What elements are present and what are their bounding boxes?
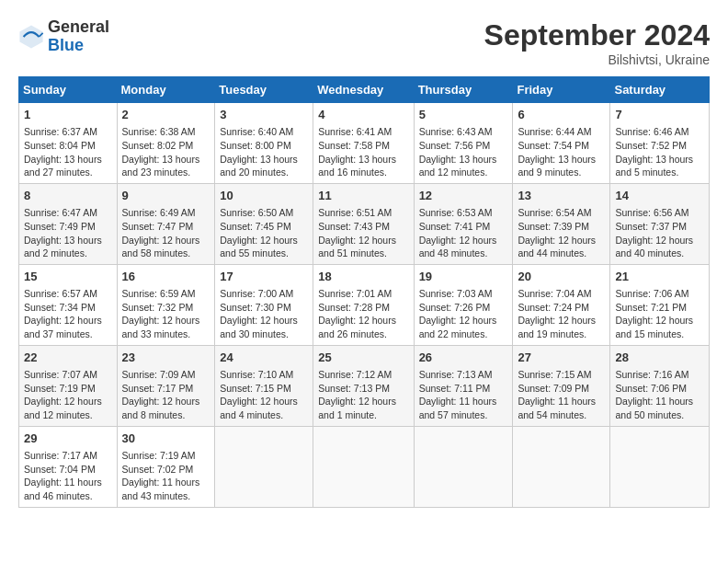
- sunset-text: Sunset: 7:49 PM: [24, 221, 96, 232]
- calendar-cell: [215, 426, 313, 507]
- day-number: 13: [518, 188, 605, 204]
- sunset-text: Sunset: 7:13 PM: [318, 383, 390, 394]
- logo-blue: Blue: [48, 37, 109, 55]
- daylight-text: Daylight: 11 hours and 50 minutes.: [615, 396, 693, 420]
- daylight-text: Daylight: 13 hours and 27 minutes.: [24, 154, 102, 178]
- calendar-cell: 12Sunrise: 6:53 AMSunset: 7:41 PMDayligh…: [414, 183, 513, 264]
- calendar-cell: 15Sunrise: 6:57 AMSunset: 7:34 PMDayligh…: [19, 264, 118, 345]
- sunrise-text: Sunrise: 7:07 AM: [24, 369, 97, 380]
- sunset-text: Sunset: 7:30 PM: [220, 302, 291, 313]
- logo-icon: [18, 24, 44, 50]
- sunrise-text: Sunrise: 7:12 AM: [318, 369, 392, 380]
- day-number: 16: [122, 269, 210, 285]
- daylight-text: Daylight: 13 hours and 12 minutes.: [419, 154, 497, 178]
- sunrise-text: Sunrise: 6:59 AM: [122, 288, 196, 299]
- calendar-cell: 28Sunrise: 7:16 AMSunset: 7:06 PMDayligh…: [610, 345, 710, 426]
- header-tuesday: Tuesday: [215, 77, 313, 103]
- sunset-text: Sunset: 7:09 PM: [518, 383, 589, 394]
- daylight-text: Daylight: 12 hours and 58 minutes.: [122, 235, 200, 259]
- day-number: 15: [24, 269, 112, 285]
- day-number: 3: [220, 107, 308, 123]
- day-number: 5: [419, 107, 508, 123]
- sunrise-text: Sunrise: 6:51 AM: [318, 207, 392, 218]
- daylight-text: Daylight: 12 hours and 44 minutes.: [518, 235, 596, 259]
- sunset-text: Sunset: 7:34 PM: [24, 302, 96, 313]
- calendar-cell: 27Sunrise: 7:15 AMSunset: 7:09 PMDayligh…: [513, 345, 610, 426]
- calendar-week-5: 29Sunrise: 7:17 AMSunset: 7:04 PMDayligh…: [19, 426, 710, 507]
- calendar-cell: 19Sunrise: 7:03 AMSunset: 7:26 PMDayligh…: [414, 264, 513, 345]
- calendar-cell: 14Sunrise: 6:56 AMSunset: 7:37 PMDayligh…: [610, 183, 710, 264]
- logo-general: General: [48, 18, 109, 37]
- sunrise-text: Sunrise: 7:03 AM: [419, 288, 493, 299]
- header-monday: Monday: [117, 77, 215, 103]
- day-number: 18: [318, 269, 408, 285]
- logo-text: General Blue: [48, 18, 109, 55]
- daylight-text: Daylight: 12 hours and 4 minutes.: [220, 396, 298, 420]
- sunset-text: Sunset: 7:56 PM: [419, 140, 491, 151]
- calendar-cell: 1Sunrise: 6:37 AMSunset: 8:04 PMDaylight…: [19, 103, 118, 184]
- daylight-text: Daylight: 12 hours and 1 minute.: [318, 396, 396, 420]
- sunrise-text: Sunrise: 6:40 AM: [220, 126, 293, 137]
- sunrise-text: Sunrise: 6:46 AM: [615, 126, 688, 137]
- logo: General Blue: [18, 18, 109, 55]
- sunset-text: Sunset: 7:28 PM: [318, 302, 390, 313]
- sunset-text: Sunset: 8:04 PM: [24, 140, 96, 151]
- sunset-text: Sunset: 7:02 PM: [122, 464, 194, 475]
- day-number: 14: [615, 188, 704, 204]
- header-thursday: Thursday: [414, 77, 513, 103]
- sunrise-text: Sunrise: 6:38 AM: [122, 126, 196, 137]
- calendar-cell: 5Sunrise: 6:43 AMSunset: 7:56 PMDaylight…: [414, 103, 513, 184]
- calendar-cell: 18Sunrise: 7:01 AMSunset: 7:28 PMDayligh…: [313, 264, 414, 345]
- calendar-cell: [513, 426, 610, 507]
- sunrise-text: Sunrise: 7:04 AM: [518, 288, 591, 299]
- daylight-text: Daylight: 11 hours and 57 minutes.: [419, 396, 497, 420]
- calendar-cell: 17Sunrise: 7:00 AMSunset: 7:30 PMDayligh…: [215, 264, 313, 345]
- calendar-cell: 22Sunrise: 7:07 AMSunset: 7:19 PMDayligh…: [19, 345, 118, 426]
- sunrise-text: Sunrise: 6:57 AM: [24, 288, 97, 299]
- sunset-text: Sunset: 7:58 PM: [318, 140, 390, 151]
- daylight-text: Daylight: 12 hours and 15 minutes.: [615, 315, 693, 339]
- calendar-week-3: 15Sunrise: 6:57 AMSunset: 7:34 PMDayligh…: [19, 264, 710, 345]
- sunset-text: Sunset: 7:54 PM: [518, 140, 589, 151]
- sunset-text: Sunset: 7:24 PM: [518, 302, 589, 313]
- sunrise-text: Sunrise: 6:49 AM: [122, 207, 196, 218]
- calendar-cell: 13Sunrise: 6:54 AMSunset: 7:39 PMDayligh…: [513, 183, 610, 264]
- day-number: 27: [518, 350, 605, 366]
- day-number: 19: [419, 269, 508, 285]
- sunset-text: Sunset: 7:21 PM: [615, 302, 687, 313]
- sunrise-text: Sunrise: 6:44 AM: [518, 126, 591, 137]
- daylight-text: Daylight: 11 hours and 46 minutes.: [24, 477, 102, 501]
- calendar-cell: 2Sunrise: 6:38 AMSunset: 8:02 PMDaylight…: [117, 103, 215, 184]
- daylight-text: Daylight: 12 hours and 51 minutes.: [318, 235, 396, 259]
- calendar-week-2: 8Sunrise: 6:47 AMSunset: 7:49 PMDaylight…: [19, 183, 710, 264]
- calendar-week-4: 22Sunrise: 7:07 AMSunset: 7:19 PMDayligh…: [19, 345, 710, 426]
- calendar-cell: 25Sunrise: 7:12 AMSunset: 7:13 PMDayligh…: [313, 345, 414, 426]
- daylight-text: Daylight: 13 hours and 16 minutes.: [318, 154, 396, 178]
- sunrise-text: Sunrise: 7:09 AM: [122, 369, 196, 380]
- calendar-cell: 23Sunrise: 7:09 AMSunset: 7:17 PMDayligh…: [117, 345, 215, 426]
- calendar-cell: 8Sunrise: 6:47 AMSunset: 7:49 PMDaylight…: [19, 183, 118, 264]
- sunrise-text: Sunrise: 7:00 AM: [220, 288, 293, 299]
- day-number: 8: [24, 188, 112, 204]
- daylight-text: Daylight: 12 hours and 22 minutes.: [419, 315, 497, 339]
- sunrise-text: Sunrise: 6:43 AM: [419, 126, 493, 137]
- day-number: 12: [419, 188, 508, 204]
- calendar-cell: 21Sunrise: 7:06 AMSunset: 7:21 PMDayligh…: [610, 264, 710, 345]
- day-number: 24: [220, 350, 308, 366]
- calendar-cell: 11Sunrise: 6:51 AMSunset: 7:43 PMDayligh…: [313, 183, 414, 264]
- calendar-cell: 30Sunrise: 7:19 AMSunset: 7:02 PMDayligh…: [117, 426, 215, 507]
- sunrise-text: Sunrise: 7:06 AM: [615, 288, 688, 299]
- sunrise-text: Sunrise: 6:47 AM: [24, 207, 97, 218]
- daylight-text: Daylight: 12 hours and 30 minutes.: [220, 315, 298, 339]
- daylight-text: Daylight: 13 hours and 9 minutes.: [518, 154, 596, 178]
- sunrise-text: Sunrise: 6:56 AM: [615, 207, 688, 218]
- daylight-text: Daylight: 12 hours and 33 minutes.: [122, 315, 200, 339]
- sunset-text: Sunset: 7:32 PM: [122, 302, 194, 313]
- calendar-header-row: SundayMondayTuesdayWednesdayThursdayFrid…: [19, 77, 710, 103]
- sunset-text: Sunset: 7:04 PM: [24, 464, 96, 475]
- sunrise-text: Sunrise: 6:54 AM: [518, 207, 591, 218]
- sunset-text: Sunset: 7:43 PM: [318, 221, 390, 232]
- calendar-cell: 4Sunrise: 6:41 AMSunset: 7:58 PMDaylight…: [313, 103, 414, 184]
- daylight-text: Daylight: 12 hours and 8 minutes.: [122, 396, 200, 420]
- daylight-text: Daylight: 13 hours and 2 minutes.: [24, 235, 102, 259]
